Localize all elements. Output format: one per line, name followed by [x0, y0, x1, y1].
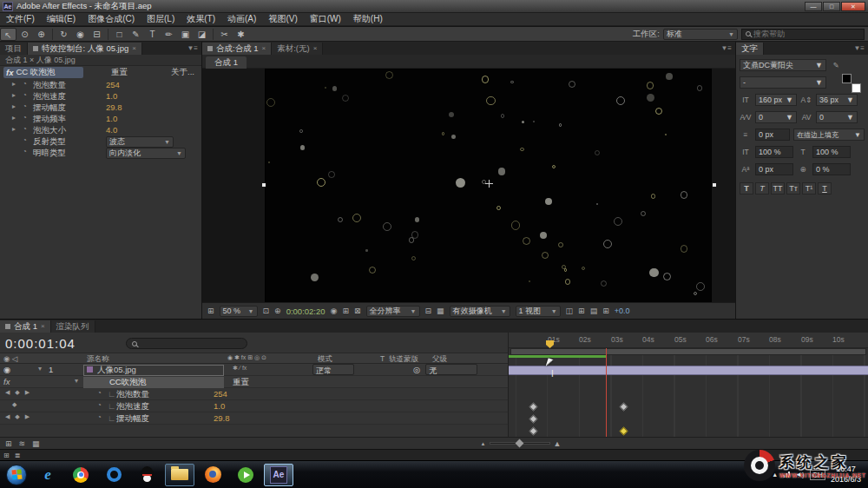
menu-animation[interactable]: 动画(A) — [221, 13, 262, 25]
stopwatch-icon[interactable]: ◔ — [23, 91, 27, 99]
mask-visibility-icon[interactable]: ⊕ — [274, 307, 281, 315]
layer-edge-handle[interactable] — [713, 183, 716, 187]
active-camera-dropdown[interactable]: 有效摄像机▼ — [450, 306, 510, 317]
transparency-grid-icon[interactable]: ▦ — [437, 307, 444, 315]
faux-italic-button[interactable]: T — [755, 182, 769, 195]
close-icon[interactable]: × — [313, 43, 318, 55]
layer-row[interactable]: ◉ ▾ 1 人像05.jpg ✱ ⁄ fx 正常▼ ◎ 无▼ — [0, 364, 508, 376]
effect-name[interactable]: CC吹泡泡 — [109, 377, 146, 388]
property-dropdown[interactable]: 向内淡化▼ — [106, 148, 186, 159]
property-label[interactable]: 泡泡数量 — [116, 389, 149, 400]
effect-row[interactable]: fx ▾ CC吹泡泡 重置 — [0, 376, 508, 388]
all-caps-button[interactable]: TT — [771, 182, 785, 195]
faux-bold-button[interactable]: T — [740, 182, 753, 195]
pen-tool-icon[interactable]: ✎ — [128, 28, 144, 41]
toggle-icon[interactable]: ⊞ — [3, 452, 10, 459]
stopwatch-icon[interactable]: ◔ — [23, 136, 27, 144]
pan-behind-tool-icon[interactable]: ⊟ — [89, 28, 105, 41]
stopwatch-icon[interactable]: ◔ — [97, 401, 102, 409]
help-search-input[interactable] — [753, 30, 849, 38]
keyframe-diamond[interactable] — [620, 403, 628, 412]
taskbar-icon-chrome-browser[interactable] — [66, 464, 95, 486]
channels-icon[interactable]: ⊠ — [354, 307, 361, 315]
roto-tool-icon[interactable]: ✂ — [216, 28, 233, 41]
keyframe-navigator[interactable]: ◀ ◆ ▶ — [5, 413, 31, 420]
work-area-bar[interactable] — [510, 348, 866, 355]
leading-dropdown[interactable]: 36 px▼ — [816, 94, 858, 106]
puppet-tool-icon[interactable]: ✱ — [233, 28, 249, 41]
effect-about-button[interactable]: 关于... — [171, 67, 194, 78]
taskbar-icon-after-effects[interactable]: Ae — [264, 464, 293, 486]
zoom-tool-icon[interactable]: ⊕ — [33, 28, 49, 41]
menu-composition[interactable]: 图像合成(C) — [82, 13, 141, 25]
effect-name-selected[interactable]: fx CC 吹泡泡 — [3, 67, 83, 78]
snapshot-camera-icon[interactable]: ◉ — [331, 307, 338, 315]
camera-tool-icon[interactable]: ◉ — [72, 28, 89, 41]
menu-view[interactable]: 视图(V) — [262, 13, 303, 25]
menu-file[interactable]: 文件(F) — [0, 13, 41, 25]
property-value[interactable]: 254 — [106, 80, 120, 89]
fast-preview-icon[interactable]: ⊞ — [578, 307, 585, 315]
rotate-tool-icon[interactable]: ↻ — [56, 28, 72, 41]
property-value[interactable]: 1.0 — [214, 401, 225, 411]
timeline-zoom-control[interactable]: ▲ ▲ — [481, 439, 562, 448]
toggle-icon[interactable]: ≣ — [15, 452, 21, 459]
blend-mode-dropdown[interactable]: 正常▼ — [312, 364, 354, 375]
property-row[interactable]: ◀ ◆ ▶ ◔ ∟ 摆动幅度 29.8 — [0, 412, 508, 425]
minimize-button[interactable]: — — [805, 2, 822, 11]
property-value[interactable]: 254 — [214, 389, 227, 399]
tab-render-queue[interactable]: 渲染队列 — [51, 320, 95, 333]
property-value[interactable]: 29.8 — [214, 413, 230, 423]
tab-project[interactable]: 项目 — [0, 43, 28, 55]
subtab-comp-1[interactable]: 合成 1 — [206, 56, 247, 69]
restore-button[interactable]: □ — [823, 2, 840, 11]
flowchart-icon[interactable]: ⊞ — [602, 307, 609, 315]
brush-tool-icon[interactable]: ✏ — [161, 28, 177, 41]
baseline-shift-value[interactable]: 0 px — [755, 163, 793, 175]
keyframe-diamond-selected[interactable] — [620, 427, 628, 436]
clone-stamp-tool-icon[interactable]: ▣ — [177, 28, 194, 41]
property-dropdown[interactable]: 波态▼ — [106, 136, 174, 148]
shape-tool-icon[interactable]: □ — [111, 28, 128, 41]
tab-character[interactable]: 文字 — [736, 43, 764, 55]
layer-color-swatch[interactable] — [87, 366, 93, 373]
magnification-dropdown[interactable]: 50 %▼ — [220, 306, 258, 317]
fill-mode-dropdown[interactable]: 在描边上填充▼ — [793, 129, 865, 141]
small-caps-button[interactable]: Tᴛ — [786, 182, 800, 195]
effect-reset-button[interactable]: 重置 — [233, 377, 249, 388]
twirl-arrow-icon[interactable]: ▸ — [12, 125, 16, 133]
grid-options-icon[interactable]: ⊞ — [207, 307, 214, 315]
taskbar-icon-internet-explorer[interactable]: e — [33, 464, 62, 486]
stopwatch-icon[interactable]: ◔ — [23, 114, 27, 122]
safe-margins-icon[interactable]: ⊡ — [263, 307, 270, 315]
property-value[interactable]: 1.0 — [106, 91, 117, 101]
layer-name[interactable]: 人像05.jpg — [97, 365, 136, 376]
taskbar-icon-blue-browser[interactable] — [99, 464, 128, 486]
menu-help[interactable]: 帮助(H) — [347, 13, 389, 25]
composition-viewport[interactable] — [202, 69, 735, 302]
zoom-slider-track[interactable] — [490, 442, 550, 445]
layer-duration-bar[interactable] — [509, 366, 868, 375]
help-search-box[interactable] — [741, 29, 865, 40]
twirl-arrow-icon[interactable]: ▸ — [12, 114, 16, 122]
kerning-dropdown[interactable]: 0▼ — [755, 111, 797, 123]
view-layout-dropdown[interactable]: 1 视图▼ — [516, 306, 561, 317]
layer-anchor-crosshair-icon[interactable] — [485, 180, 493, 188]
stopwatch-icon[interactable]: ◔ — [23, 125, 27, 133]
timeline-track-area[interactable]: 01s 02s 03s 04s 05s 06s 07s 08s 09s 10s … — [508, 333, 868, 437]
taskbar-icon-qq[interactable] — [132, 464, 161, 486]
zoom-out-mountain-icon[interactable]: ▲ — [481, 441, 486, 446]
selection-tool-icon[interactable]: ↖ — [0, 28, 16, 41]
parent-pickwhip-icon[interactable]: ◎ — [413, 365, 420, 374]
close-icon[interactable]: × — [262, 43, 266, 55]
menu-edit[interactable]: 编辑(E) — [41, 13, 82, 25]
stroke-color-swatch[interactable] — [852, 83, 861, 93]
twirl-arrow-icon[interactable]: ▸ — [12, 91, 16, 99]
layer-switch-icons[interactable]: ✱ ⁄ fx — [233, 365, 247, 372]
twirl-arrow-icon[interactable]: ▸ — [12, 80, 16, 88]
twirl-arrow-icon[interactable]: ▾ — [75, 377, 78, 385]
current-timecode[interactable]: 0:00:01:04 — [5, 336, 76, 351]
panel-menu-icon[interactable]: ▼≡ — [717, 43, 735, 55]
eye-icon[interactable]: ◉ — [3, 365, 10, 374]
superscript-button[interactable]: T¹ — [802, 182, 816, 195]
